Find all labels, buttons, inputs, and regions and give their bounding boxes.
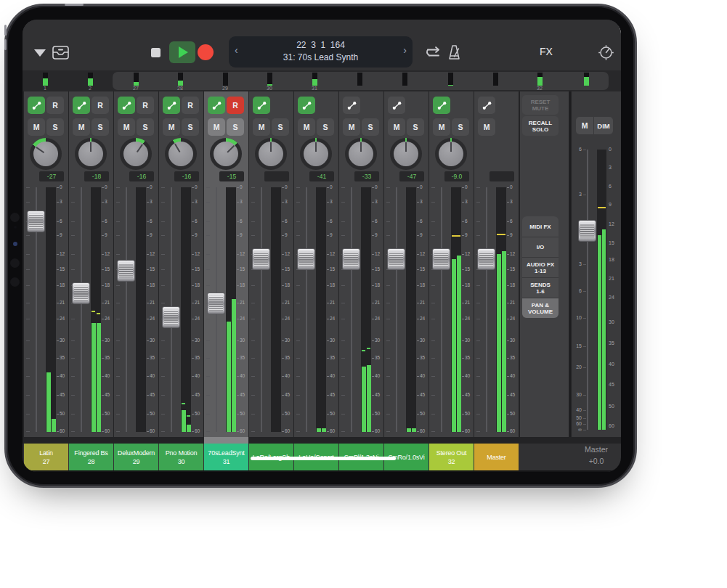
meter-scale-tick xyxy=(462,395,464,396)
volume-fader[interactable] xyxy=(297,248,315,270)
automation-button[interactable] xyxy=(163,97,180,114)
pan-knob[interactable] xyxy=(165,138,197,170)
fader-scale-tick xyxy=(296,395,300,396)
mute-button[interactable]: M xyxy=(478,118,495,136)
master-volume-fader[interactable] xyxy=(578,220,596,242)
solo-button[interactable]: S xyxy=(362,118,379,136)
automation-button[interactable] xyxy=(388,97,405,114)
horizontal-scrollbar[interactable] xyxy=(251,457,396,460)
solo-button[interactable]: S xyxy=(227,118,244,136)
play-button[interactable] xyxy=(169,41,195,63)
view-button-pan-volume[interactable]: PAN & VOLUME xyxy=(522,298,559,318)
meter-bar-left xyxy=(92,323,96,432)
previous-track-arrow[interactable]: ‹ xyxy=(235,44,238,56)
meter-scale-label: 50 xyxy=(420,411,425,416)
track-name-button[interactable]: Stereo Out32 xyxy=(429,444,474,470)
mute-button[interactable]: M xyxy=(118,118,135,136)
automation-button[interactable] xyxy=(298,97,315,114)
pan-knob[interactable] xyxy=(30,138,62,170)
record-enable-button[interactable]: R xyxy=(46,97,64,114)
track-name-button[interactable]: DeluxModern29 xyxy=(114,444,158,470)
view-button-io[interactable]: I/O xyxy=(522,237,559,257)
fader-scale-tick xyxy=(26,431,30,432)
track-overview-strip[interactable]: 12272829303132 xyxy=(23,70,621,92)
volume-fader[interactable] xyxy=(72,282,90,304)
solo-button[interactable]: S xyxy=(92,118,109,136)
track-name-button[interactable]: Fingered Bs28 xyxy=(69,444,113,470)
track-name-button[interactable]: Latin27 xyxy=(24,444,68,470)
pan-knob[interactable] xyxy=(120,138,152,170)
automation-button[interactable] xyxy=(28,97,45,114)
volume-fader[interactable] xyxy=(252,248,270,270)
volume-fader[interactable] xyxy=(387,248,405,270)
pan-knob[interactable] xyxy=(75,138,107,170)
view-button-audio-fx[interactable]: AUDIO FX 1-13 xyxy=(522,257,559,277)
mute-button[interactable]: M xyxy=(28,118,45,136)
pan-knob[interactable] xyxy=(300,138,332,170)
automation-button[interactable] xyxy=(478,97,495,114)
fader-scale-tick xyxy=(431,285,435,286)
pan-knob[interactable] xyxy=(345,138,377,170)
view-button-midi-fx[interactable]: MIDI FX xyxy=(522,216,559,237)
meter-scale-label: 15 xyxy=(465,266,470,271)
record-enable-button[interactable]: R xyxy=(182,97,199,114)
view-button-sends[interactable]: SENDS 1-6 xyxy=(522,277,559,298)
pan-knob[interactable] xyxy=(210,138,242,170)
automation-button[interactable] xyxy=(73,97,90,114)
automation-button[interactable] xyxy=(253,97,270,114)
reset-mute-button[interactable]: RESET MUTE xyxy=(522,95,559,115)
solo-button[interactable]: S xyxy=(452,118,469,136)
automation-button[interactable] xyxy=(343,97,360,114)
volume-fader[interactable] xyxy=(432,248,450,270)
mute-button[interactable]: M xyxy=(343,118,360,136)
meter-scale-tick xyxy=(237,254,239,255)
automation-button[interactable] xyxy=(208,97,225,114)
cycle-icon[interactable] xyxy=(424,46,442,60)
solo-button[interactable]: S xyxy=(182,118,199,136)
master-label: Master +0.0 xyxy=(572,444,621,467)
automation-button[interactable] xyxy=(433,97,450,114)
volume-fader[interactable] xyxy=(477,248,495,270)
master-mute-button[interactable]: M xyxy=(576,117,594,134)
volume-fader[interactable] xyxy=(27,211,45,232)
automation-button[interactable] xyxy=(118,97,135,114)
solo-button[interactable]: S xyxy=(46,118,64,136)
fader-scale-tick xyxy=(296,303,300,303)
recall-solo-button[interactable]: RECALL SOLO xyxy=(522,116,559,136)
pan-knob[interactable] xyxy=(435,138,467,170)
solo-button[interactable]: S xyxy=(272,118,289,136)
solo-button[interactable]: S xyxy=(407,118,424,136)
mute-button[interactable]: M xyxy=(253,118,270,136)
disclosure-triangle-icon[interactable] xyxy=(34,49,46,57)
settings-icon[interactable] xyxy=(598,44,614,61)
volume-fader[interactable] xyxy=(117,260,135,282)
mute-button[interactable]: M xyxy=(73,118,90,136)
mute-button[interactable]: M xyxy=(298,118,315,136)
solo-button[interactable]: S xyxy=(137,118,154,136)
record-enable-button[interactable]: R xyxy=(227,97,244,114)
mute-button[interactable]: M xyxy=(433,118,450,136)
volume-fader[interactable] xyxy=(342,248,360,270)
metronome-icon[interactable] xyxy=(447,44,462,61)
mute-button[interactable]: M xyxy=(388,118,405,136)
mute-button[interactable]: M xyxy=(163,118,180,136)
mute-button[interactable]: M xyxy=(208,118,225,136)
next-track-arrow[interactable]: › xyxy=(403,44,407,56)
volume-fader[interactable] xyxy=(162,306,180,328)
track-name-button[interactable]: Pno Motion30 xyxy=(159,444,203,470)
pan-knob[interactable] xyxy=(390,138,422,170)
meter-bar-left xyxy=(317,428,321,432)
track-name-button[interactable]: 70sLeadSynt31 xyxy=(204,444,248,470)
track-name-button[interactable]: Master xyxy=(474,444,519,470)
master-dim-button[interactable]: DIM xyxy=(594,117,613,134)
fx-button[interactable]: FX xyxy=(535,46,557,57)
library-tray-icon[interactable] xyxy=(52,44,70,61)
solo-button[interactable]: S xyxy=(317,118,334,136)
stop-button[interactable] xyxy=(151,48,161,57)
record-button[interactable] xyxy=(198,44,214,60)
pan-knob[interactable] xyxy=(255,138,287,170)
volume-fader[interactable] xyxy=(207,293,225,314)
record-enable-button[interactable]: R xyxy=(92,97,109,114)
record-enable-button[interactable]: R xyxy=(137,97,154,114)
lcd-display[interactable]: ‹ › 22 3 1 164 31: 70s Lead Synth xyxy=(229,36,413,68)
